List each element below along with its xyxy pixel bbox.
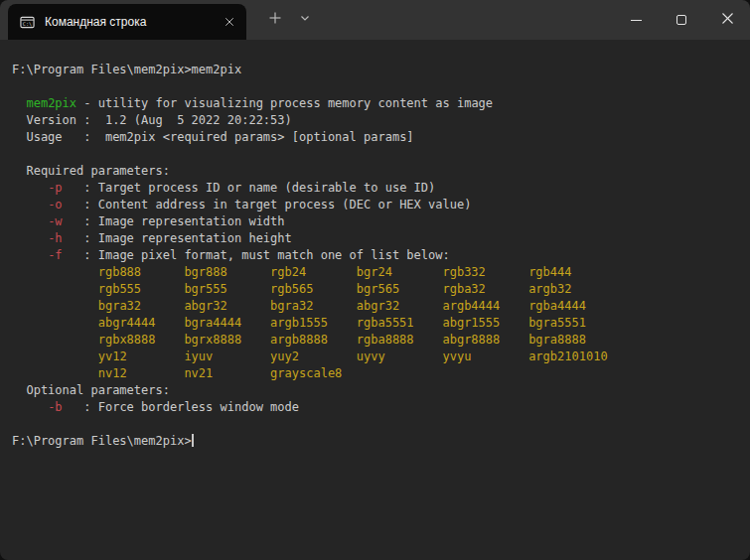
tab-dropdown-button[interactable] bbox=[290, 5, 320, 33]
terminal-text-segment bbox=[12, 299, 98, 313]
terminal-line: -f : Image pixel format, must match one … bbox=[12, 247, 738, 264]
terminal-line: nv12nv21grayscale8 bbox=[12, 365, 738, 382]
terminal-text-segment: grayscale8 bbox=[270, 366, 342, 380]
terminal-line: yv12iyuvyuy2uyvyyvyuargb2101010 bbox=[12, 349, 738, 365]
terminal-line bbox=[12, 78, 738, 95]
terminal-text-segment: -o bbox=[48, 198, 62, 211]
terminal-text-segment: uyvy bbox=[357, 349, 443, 365]
terminal-text-segment: bgr888 bbox=[184, 264, 270, 281]
terminal-text-segment: -b bbox=[48, 400, 62, 414]
terminal-text-segment: nv12 bbox=[98, 365, 185, 382]
minimize-button[interactable] bbox=[613, 0, 659, 40]
tab-close-button[interactable] bbox=[219, 11, 240, 33]
terminal-text-segment: rgba4444 bbox=[528, 299, 586, 313]
terminal-text-segment: bgr555 bbox=[184, 281, 270, 298]
terminal-text-segment bbox=[12, 316, 98, 330]
terminal-line: bgra32abgr32bgra32abgr32argb4444rgba4444 bbox=[12, 298, 738, 315]
terminal-line: Optional parameters: bbox=[12, 382, 738, 399]
terminal-line: Required parameters: bbox=[12, 163, 738, 180]
terminal-text-segment: bgra32 bbox=[270, 298, 357, 315]
text-cursor bbox=[192, 434, 194, 447]
terminal-text-segment: argb1555 bbox=[270, 315, 357, 332]
terminal-text-segment: : Content address in target process (DEC… bbox=[63, 198, 472, 211]
terminal-window: C:\ Командная строка bbox=[0, 0, 750, 560]
terminal-text-segment: - utility for visualizing process memory… bbox=[76, 96, 493, 110]
terminal-line: -o : Content address in target process (… bbox=[12, 197, 738, 213]
terminal-text-segment: yuy2 bbox=[270, 349, 357, 365]
terminal-text-segment: -w bbox=[48, 214, 62, 228]
cmd-window-icon: C:\ bbox=[20, 15, 35, 30]
terminal-text-segment: rgb555 bbox=[98, 281, 185, 298]
terminal-text-segment: Version : 1.2 (Aug 5 2022 20:22:53) bbox=[12, 113, 292, 127]
terminal-text-segment: bgrx8888 bbox=[184, 332, 270, 349]
terminal-text-segment: nv21 bbox=[184, 365, 270, 382]
terminal-text-segment: bgra5551 bbox=[528, 316, 586, 330]
terminal-text-segment bbox=[12, 333, 98, 347]
terminal-text-segment: bgra32 bbox=[98, 298, 185, 315]
terminal-text-segment: abgr32 bbox=[184, 298, 270, 315]
terminal-text-segment: argb32 bbox=[528, 282, 571, 296]
terminal-text-segment: : Force borderless window mode bbox=[63, 400, 299, 414]
close-icon bbox=[721, 11, 734, 29]
terminal-text-segment: abgr4444 bbox=[98, 315, 185, 332]
terminal-text-segment bbox=[12, 400, 48, 414]
terminal-text-segment: rgbx8888 bbox=[98, 332, 185, 349]
terminal-text-segment: -h bbox=[48, 231, 62, 245]
terminal-output[interactable]: F:\Program Files\mem2pix>mem2pix mem2pix… bbox=[0, 40, 750, 560]
terminal-text-segment: argb8888 bbox=[270, 332, 357, 349]
terminal-text-segment: yv12 bbox=[98, 349, 185, 365]
terminal-text-segment: F:\Program Files\mem2pix> bbox=[12, 434, 192, 448]
terminal-text-segment bbox=[12, 350, 98, 363]
terminal-text-segment: abgr8888 bbox=[442, 332, 528, 349]
terminal-text-segment bbox=[12, 231, 48, 245]
terminal-text-segment bbox=[12, 265, 98, 279]
terminal-text-segment: Optional parameters: bbox=[12, 383, 170, 397]
terminal-line: mem2pix - utility for visualizing proces… bbox=[12, 95, 738, 112]
chevron-down-icon bbox=[299, 10, 311, 28]
terminal-text-segment: abgr32 bbox=[357, 298, 443, 315]
terminal-line bbox=[12, 146, 738, 163]
terminal-text-segment: abgr1555 bbox=[442, 315, 528, 332]
terminal-text-segment bbox=[12, 366, 98, 380]
terminal-line: rgb555bgr555rgb565bgr565rgba32argb32 bbox=[12, 281, 738, 298]
terminal-text-segment bbox=[12, 282, 98, 296]
terminal-text-segment: mem2pix bbox=[26, 96, 76, 110]
terminal-text-segment: bgra8888 bbox=[528, 333, 586, 347]
terminal-line: -p : Target process ID or name (desirabl… bbox=[12, 180, 738, 197]
terminal-text-segment: rgba32 bbox=[442, 281, 528, 298]
terminal-text-segment: F:\Program Files\mem2pix>mem2pix bbox=[12, 63, 241, 76]
terminal-line: -w : Image representation width bbox=[12, 213, 738, 230]
terminal-line: abgr4444bgra4444argb1555rgba5551abgr1555… bbox=[12, 315, 738, 332]
terminal-text-segment: bgr565 bbox=[357, 281, 443, 298]
maximize-button[interactable] bbox=[659, 0, 704, 40]
terminal-line: rgb888bgr888rgb24bgr24rgb332rgb444 bbox=[12, 264, 738, 281]
terminal-text-segment: rgb888 bbox=[98, 264, 185, 281]
titlebar: C:\ Командная строка bbox=[0, 0, 750, 40]
terminal-text-segment: rgb332 bbox=[442, 264, 528, 281]
terminal-text-segment: Usage : mem2pix <required params> [optio… bbox=[12, 130, 414, 144]
minimize-icon bbox=[631, 20, 642, 21]
maximize-icon bbox=[676, 15, 686, 25]
terminal-text-segment bbox=[12, 214, 48, 228]
terminal-text-segment: rgb444 bbox=[528, 265, 571, 279]
new-tab-button[interactable] bbox=[260, 5, 290, 33]
terminal-line: Version : 1.2 (Aug 5 2022 20:22:53) bbox=[12, 112, 738, 129]
terminal-text-segment: : Image representation width bbox=[63, 214, 285, 228]
terminal-text-segment: : Target process ID or name (desirable t… bbox=[63, 181, 436, 195]
terminal-text-segment: -f bbox=[48, 248, 62, 262]
terminal-text-segment: : Image representation height bbox=[63, 231, 292, 245]
terminal-line: F:\Program Files\mem2pix>mem2pix bbox=[12, 62, 738, 78]
terminal-text-segment: : Image pixel format, must match one of … bbox=[63, 248, 450, 262]
terminal-line: Usage : mem2pix <required params> [optio… bbox=[12, 129, 738, 146]
terminal-text-segment: argb4444 bbox=[442, 298, 528, 315]
terminal-line: -h : Image representation height bbox=[12, 230, 738, 247]
terminal-text-segment: rgb565 bbox=[270, 281, 357, 298]
plus-icon bbox=[269, 10, 281, 28]
close-button[interactable] bbox=[704, 0, 750, 40]
terminal-line: F:\Program Files\mem2pix> bbox=[12, 433, 738, 450]
terminal-text-segment: -p bbox=[48, 181, 62, 195]
terminal-text-segment bbox=[12, 198, 48, 211]
terminal-text-segment bbox=[12, 96, 26, 110]
terminal-text-segment: iyuv bbox=[184, 349, 270, 365]
tab-command-prompt[interactable]: C:\ Командная строка bbox=[8, 4, 246, 40]
